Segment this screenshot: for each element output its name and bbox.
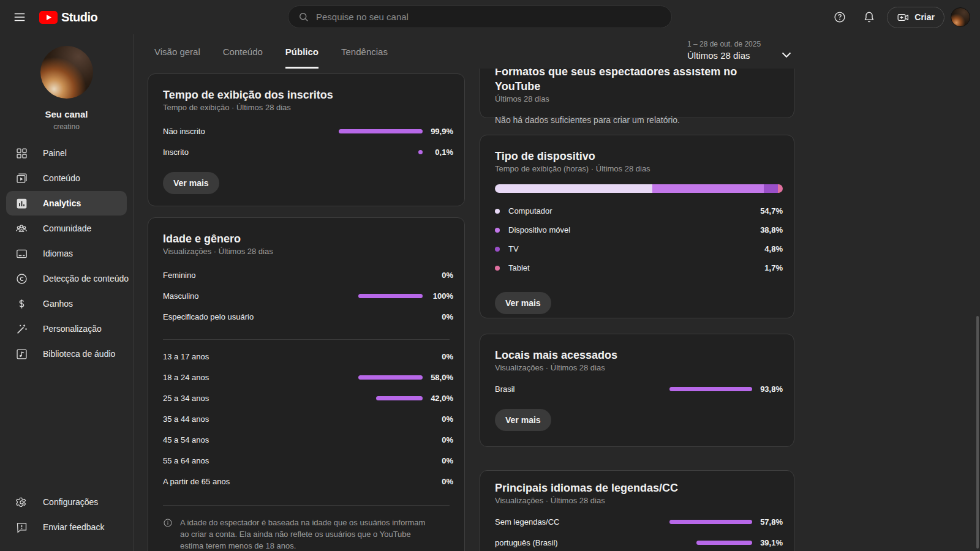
sidebar-item-deteccao-de-conteudo[interactable]: Detecção de conteúdo — [0, 266, 133, 291]
stat-value: 0% — [423, 477, 453, 486]
customization-icon — [15, 322, 28, 335]
stat-bar — [669, 520, 752, 524]
sidebar-item-biblioteca-de-audio[interactable]: Biblioteca de áudio — [0, 342, 133, 366]
stat-row-inscrito: Inscrito0,1% — [163, 141, 453, 162]
search-icon — [298, 11, 310, 23]
card-title: Locais mais acessados — [495, 348, 783, 362]
card-top-locations: Locais mais acessados Visualizações · Úl… — [480, 334, 794, 447]
analytics-header: Visão geralConteúdoPúblicoTendências 1 –… — [134, 34, 980, 69]
stat-value: 0% — [423, 414, 453, 424]
sidebar-item-comunidade[interactable]: Comunidade — [0, 216, 133, 241]
stat-value: 0% — [423, 271, 453, 280]
account-avatar[interactable] — [951, 7, 970, 27]
feedback-icon — [15, 520, 28, 534]
empty-report-message: Não há dados suficientes para criar um r… — [495, 115, 783, 125]
sidebar-item-label: Painel — [43, 148, 67, 158]
note-text: A idade do espectador é baseada na idade… — [180, 517, 435, 551]
legend-row-tv: TV4,8% — [495, 239, 783, 258]
stat-label: 55 a 64 anos — [163, 456, 358, 465]
tab-publico[interactable]: Público — [285, 34, 318, 69]
tab-conteudo[interactable]: Conteúdo — [223, 34, 263, 69]
settings-icon — [15, 495, 28, 509]
create-button[interactable]: Criar — [887, 7, 944, 28]
sidebar-item-personalizacao[interactable]: Personalização — [0, 317, 133, 341]
stat-row-masculino: Masculino100% — [163, 285, 453, 306]
help-icon[interactable] — [828, 6, 851, 29]
stat-label: português (Brasil) — [495, 538, 669, 547]
youtube-studio-logo[interactable]: Studio — [39, 10, 97, 24]
dashboard-icon — [15, 146, 28, 160]
stat-row-13-a-17-anos: 13 a 17 anos0% — [163, 346, 453, 367]
sidebar-item-conteudo[interactable]: Conteúdo — [0, 166, 133, 190]
stat-bar — [696, 541, 752, 545]
stat-label: Não inscrito — [163, 127, 339, 136]
hamburger-menu-icon[interactable] — [7, 5, 32, 29]
earnings-icon — [15, 297, 28, 310]
stat-value: 99,9% — [423, 127, 453, 136]
main-content: Formatos que seus espectadores assistem … — [134, 34, 980, 551]
search-box — [288, 6, 672, 28]
content-icon — [15, 171, 28, 185]
date-range-picker[interactable]: 1 – 28 de out. de 2025 Últimos 28 dias — [687, 40, 761, 61]
stat-value: 100% — [423, 291, 453, 301]
stat-value: 57,8% — [752, 517, 783, 527]
stat-bar — [376, 396, 423, 400]
chevron-down-icon[interactable] — [778, 47, 794, 65]
legend-value: 1,7% — [752, 263, 783, 272]
see-more-button[interactable]: Ver mais — [495, 292, 551, 314]
stat-value: 0% — [423, 435, 453, 444]
stat-row-especificado-pelo-usuario: Especificado pelo usuário0% — [163, 306, 453, 327]
see-more-button[interactable]: Ver mais — [495, 409, 551, 431]
stat-value: 58,0% — [423, 373, 453, 382]
stat-label: 35 a 44 anos — [163, 414, 358, 424]
audio-library-icon — [15, 347, 28, 361]
stat-label: Sem legendas/CC — [495, 517, 669, 527]
legend-value: 38,8% — [752, 225, 783, 234]
sidebar-item-painel[interactable]: Painel — [0, 141, 133, 165]
legend-row-tablet: Tablet1,7% — [495, 258, 783, 277]
stat-label: Especificado pelo usuário — [163, 312, 358, 321]
stat-row-25-a-34-anos: 25 a 34 anos42,0% — [163, 388, 453, 408]
channel-avatar[interactable] — [40, 46, 93, 99]
card-title: Tempo de exibição dos inscritos — [163, 88, 453, 102]
see-more-button[interactable]: Ver mais — [163, 172, 219, 194]
sidebar-item-ganhos[interactable]: Ganhos — [0, 291, 133, 316]
stack-segment-computador — [495, 184, 652, 193]
stat-bar-area — [339, 150, 423, 154]
stat-bar — [669, 387, 752, 391]
tab-visao-geral[interactable]: Visão geral — [154, 34, 200, 69]
sidebar-item-analytics[interactable]: Analytics — [6, 191, 127, 216]
legend-row-computador: Computador54,7% — [495, 201, 783, 220]
stat-bar-area — [358, 375, 423, 380]
channel-info: Seu canal creatino — [0, 34, 133, 131]
sidebar-item-idiomas[interactable]: Idiomas — [0, 241, 133, 266]
stat-label: A partir de 65 anos — [163, 477, 358, 486]
legend-dot — [495, 228, 500, 233]
notifications-bell-icon[interactable] — [858, 6, 881, 29]
vertical-scrollbar[interactable] — [976, 316, 979, 549]
stat-value: 93,8% — [752, 384, 783, 394]
stat-row-portugues-brasil: português (Brasil)39,1% — [495, 532, 783, 551]
card-subtitle: Visualizações · Últimos 28 dias — [495, 495, 783, 506]
topbar: Studio Criar — [0, 0, 980, 34]
search-input[interactable] — [316, 12, 635, 22]
stat-value: 0% — [423, 456, 453, 465]
sidebar-item-label: Enviar feedback — [43, 522, 104, 532]
sidebar-item-label: Personalização — [43, 324, 102, 334]
stat-row-nao-inscrito: Não inscrito99,9% — [163, 121, 453, 141]
legend-dot — [495, 247, 500, 252]
stack-segment-tablet — [778, 184, 783, 193]
stat-label: Feminino — [163, 271, 358, 280]
stat-bar — [358, 294, 423, 298]
tab-tendencias[interactable]: Tendências — [341, 34, 388, 69]
date-preset-label: Últimos 28 dias — [687, 50, 761, 61]
stat-bar-area — [669, 387, 752, 391]
stat-row-18-a-24-anos: 18 a 24 anos58,0% — [163, 367, 453, 388]
sidebar-item-enviar-feedback[interactable]: Enviar feedback — [0, 515, 133, 539]
stat-bar-area — [339, 129, 423, 133]
card-caption-languages: Principais idiomas de legendas/CC Visual… — [480, 470, 794, 551]
stat-row-45-a-54-anos: 45 a 54 anos0% — [163, 429, 453, 450]
card-subtitle: Tempo de exibição (horas) · Últimos 28 d… — [495, 163, 783, 174]
card-title: Tipo de dispositivo — [495, 149, 783, 163]
sidebar-item-configuracoes[interactable]: Configurações — [0, 490, 133, 514]
